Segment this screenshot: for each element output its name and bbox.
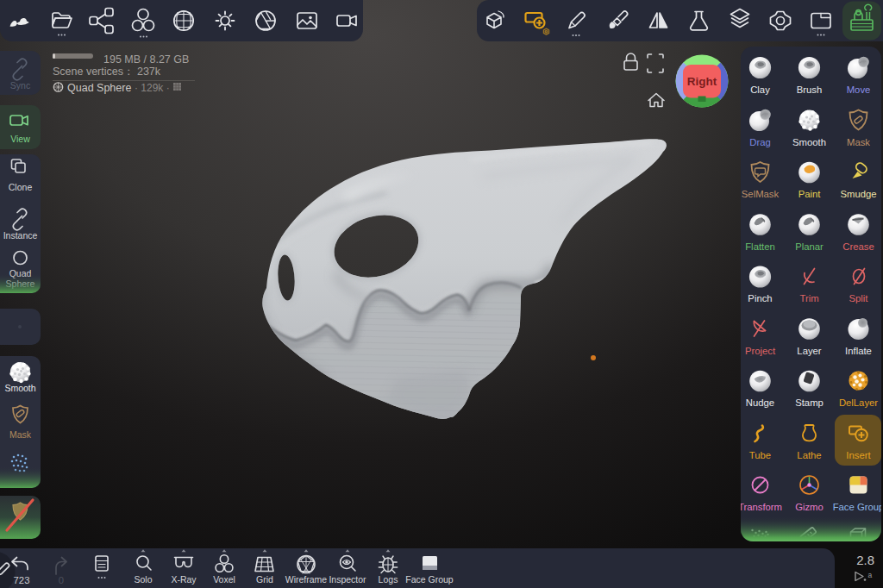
svg-text:Clone: Clone bbox=[9, 182, 33, 192]
svg-text:Smooth: Smooth bbox=[4, 383, 35, 393]
svg-text:Instance: Instance bbox=[3, 230, 38, 241]
svg-text:X-Ray: X-Ray bbox=[171, 574, 197, 585]
svg-text:Scene vertices： 237k: Scene vertices： 237k bbox=[53, 66, 161, 78]
svg-text:Lathe: Lathe bbox=[797, 450, 821, 460]
svg-text:Pinch: Pinch bbox=[748, 293, 772, 303]
svg-text:Solo: Solo bbox=[134, 574, 152, 585]
svg-text:195 MB / 8.27 GB: 195 MB / 8.27 GB bbox=[103, 53, 189, 66]
svg-text:Crease: Crease bbox=[842, 241, 874, 252]
svg-text:Smooth: Smooth bbox=[792, 137, 826, 147]
svg-text:Tube: Tube bbox=[749, 450, 771, 460]
svg-text:Nudge: Nudge bbox=[746, 397, 774, 408]
svg-text:a: a bbox=[868, 571, 873, 579]
svg-text:Voxel: Voxel bbox=[213, 574, 235, 585]
svg-text:Insert: Insert bbox=[846, 450, 871, 460]
svg-text:SelMask: SelMask bbox=[742, 189, 780, 199]
svg-text:Mask: Mask bbox=[847, 137, 870, 147]
svg-text:DelLayer: DelLayer bbox=[839, 397, 878, 408]
svg-text:Drag: Drag bbox=[749, 137, 771, 147]
svg-text:Grid: Grid bbox=[256, 574, 273, 585]
svg-text:Quad Sphere: Quad Sphere bbox=[67, 82, 131, 94]
svg-text:Planar: Planar bbox=[795, 241, 824, 252]
svg-text:Face Group: Face Group bbox=[405, 574, 454, 585]
svg-text:Gizmo: Gizmo bbox=[795, 502, 824, 512]
svg-text:Mask: Mask bbox=[9, 429, 32, 440]
svg-text:Trim: Trim bbox=[799, 293, 818, 303]
svg-text:0: 0 bbox=[59, 575, 64, 585]
svg-text:Face Group: Face Group bbox=[833, 502, 881, 512]
svg-text:Project: Project bbox=[745, 346, 776, 356]
svg-text:Flatten: Flatten bbox=[745, 241, 775, 252]
svg-text:Inspector: Inspector bbox=[329, 574, 366, 585]
svg-text:723: 723 bbox=[14, 575, 30, 585]
svg-text:· 129k ·: · 129k · bbox=[135, 82, 170, 94]
svg-text:View: View bbox=[10, 134, 30, 144]
svg-text:Right: Right bbox=[687, 75, 717, 88]
svg-text:Split: Split bbox=[849, 293, 869, 303]
svg-text:Move: Move bbox=[847, 84, 871, 95]
svg-text:Brush: Brush bbox=[797, 84, 823, 95]
svg-text:Smudge: Smudge bbox=[840, 189, 876, 199]
svg-text:Layer: Layer bbox=[797, 346, 821, 356]
svg-text:Stamp: Stamp bbox=[795, 397, 824, 408]
svg-text:Logs: Logs bbox=[379, 574, 398, 585]
svg-text:Paint: Paint bbox=[798, 189, 822, 199]
svg-text:Wireframe: Wireframe bbox=[285, 574, 328, 585]
svg-text:Inflate: Inflate bbox=[845, 346, 872, 356]
svg-text:Transform: Transform bbox=[741, 502, 782, 512]
